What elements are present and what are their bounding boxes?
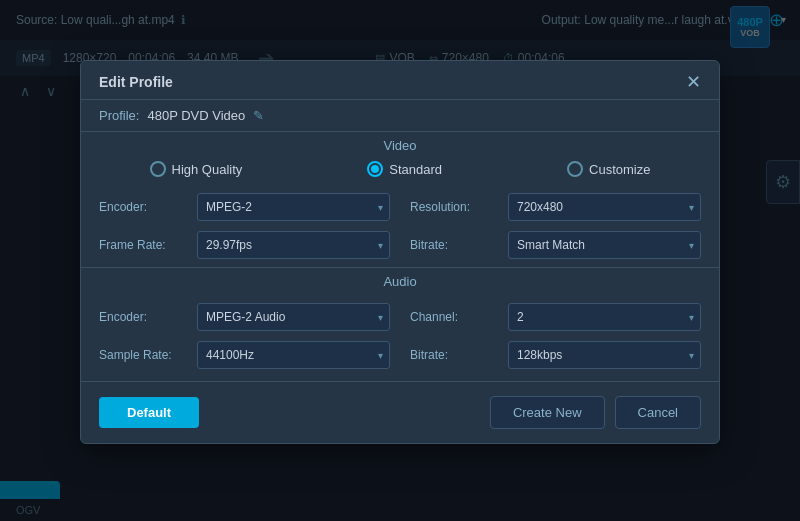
radio-label-customize: Customize bbox=[589, 162, 650, 177]
sample-rate-dropdown-arrow: ▾ bbox=[378, 350, 383, 361]
radio-high-quality[interactable]: High Quality bbox=[150, 161, 243, 177]
channel-value: 2 bbox=[517, 310, 524, 324]
audio-bitrate-row: Bitrate: 128kbps ▾ bbox=[410, 341, 701, 369]
dialog-footer: Default Create New Cancel bbox=[81, 381, 719, 443]
close-dialog-btn[interactable]: ✕ bbox=[686, 73, 701, 91]
audio-encoder-label: Encoder: bbox=[99, 310, 189, 324]
frame-rate-label: Frame Rate: bbox=[99, 238, 189, 252]
audio-encoder-row: Encoder: MPEG-2 Audio ▾ bbox=[99, 303, 390, 331]
resolution-label: Resolution: bbox=[410, 200, 500, 214]
radio-circle-high bbox=[150, 161, 166, 177]
default-btn[interactable]: Default bbox=[99, 397, 199, 428]
video-form-grid: Encoder: MPEG-2 ▾ Resolution: 720x480 ▾ … bbox=[81, 185, 719, 267]
footer-right-buttons: Create New Cancel bbox=[490, 396, 701, 429]
video-section-header: Video bbox=[81, 131, 719, 157]
audio-bitrate-dropdown-arrow: ▾ bbox=[689, 350, 694, 361]
channel-dropdown-arrow: ▾ bbox=[689, 312, 694, 323]
sample-rate-row: Sample Rate: 44100Hz ▾ bbox=[99, 341, 390, 369]
video-bitrate-label: Bitrate: bbox=[410, 238, 500, 252]
audio-bitrate-label: Bitrate: bbox=[410, 348, 500, 362]
radio-standard[interactable]: Standard bbox=[367, 161, 442, 177]
resolution-value: 720x480 bbox=[517, 200, 563, 214]
audio-encoder-dropdown[interactable]: MPEG-2 Audio ▾ bbox=[197, 303, 390, 331]
radio-label-high: High Quality bbox=[172, 162, 243, 177]
video-bitrate-dropdown-arrow: ▾ bbox=[689, 240, 694, 251]
radio-customize[interactable]: Customize bbox=[567, 161, 650, 177]
cancel-btn[interactable]: Cancel bbox=[615, 396, 701, 429]
dialog-title: Edit Profile bbox=[99, 74, 173, 90]
sample-rate-dropdown[interactable]: 44100Hz ▾ bbox=[197, 341, 390, 369]
resolution-dropdown-arrow: ▾ bbox=[689, 202, 694, 213]
encoder-label: Encoder: bbox=[99, 200, 189, 214]
edit-profile-dialog: Edit Profile ✕ Profile: 480P DVD Video ✎… bbox=[80, 60, 720, 444]
quality-radio-group: High Quality Standard Customize bbox=[81, 157, 719, 185]
frame-rate-row: Frame Rate: 29.97fps ▾ bbox=[99, 231, 390, 259]
encoder-dropdown-arrow: ▾ bbox=[378, 202, 383, 213]
video-bitrate-dropdown[interactable]: Smart Match ▾ bbox=[508, 231, 701, 259]
profile-prefix: Profile: bbox=[99, 108, 139, 123]
sample-rate-value: 44100Hz bbox=[206, 348, 254, 362]
radio-label-standard: Standard bbox=[389, 162, 442, 177]
radio-circle-standard bbox=[367, 161, 383, 177]
channel-row: Channel: 2 ▾ bbox=[410, 303, 701, 331]
frame-rate-dropdown-arrow: ▾ bbox=[378, 240, 383, 251]
sample-rate-label: Sample Rate: bbox=[99, 348, 189, 362]
profile-row: Profile: 480P DVD Video ✎ bbox=[81, 100, 719, 131]
channel-dropdown[interactable]: 2 ▾ bbox=[508, 303, 701, 331]
encoder-dropdown[interactable]: MPEG-2 ▾ bbox=[197, 193, 390, 221]
dialog-header: Edit Profile ✕ bbox=[81, 61, 719, 100]
encoder-row: Encoder: MPEG-2 ▾ bbox=[99, 193, 390, 221]
video-bitrate-row: Bitrate: Smart Match ▾ bbox=[410, 231, 701, 259]
audio-form-grid: Encoder: MPEG-2 Audio ▾ Channel: 2 ▾ Sam… bbox=[81, 293, 719, 377]
audio-encoder-dropdown-arrow: ▾ bbox=[378, 312, 383, 323]
encoder-value: MPEG-2 bbox=[206, 200, 252, 214]
audio-section-header: Audio bbox=[81, 267, 719, 293]
profile-edit-icon[interactable]: ✎ bbox=[253, 108, 264, 123]
audio-encoder-value: MPEG-2 Audio bbox=[206, 310, 285, 324]
frame-rate-value: 29.97fps bbox=[206, 238, 252, 252]
video-bitrate-value: Smart Match bbox=[517, 238, 585, 252]
profile-value: 480P DVD Video bbox=[147, 108, 245, 123]
dialog-overlay: Edit Profile ✕ Profile: 480P DVD Video ✎… bbox=[0, 0, 800, 521]
create-new-btn[interactable]: Create New bbox=[490, 396, 605, 429]
frame-rate-dropdown[interactable]: 29.97fps ▾ bbox=[197, 231, 390, 259]
channel-label: Channel: bbox=[410, 310, 500, 324]
resolution-dropdown[interactable]: 720x480 ▾ bbox=[508, 193, 701, 221]
audio-bitrate-value: 128kbps bbox=[517, 348, 562, 362]
resolution-row: Resolution: 720x480 ▾ bbox=[410, 193, 701, 221]
audio-bitrate-dropdown[interactable]: 128kbps ▾ bbox=[508, 341, 701, 369]
radio-circle-customize bbox=[567, 161, 583, 177]
